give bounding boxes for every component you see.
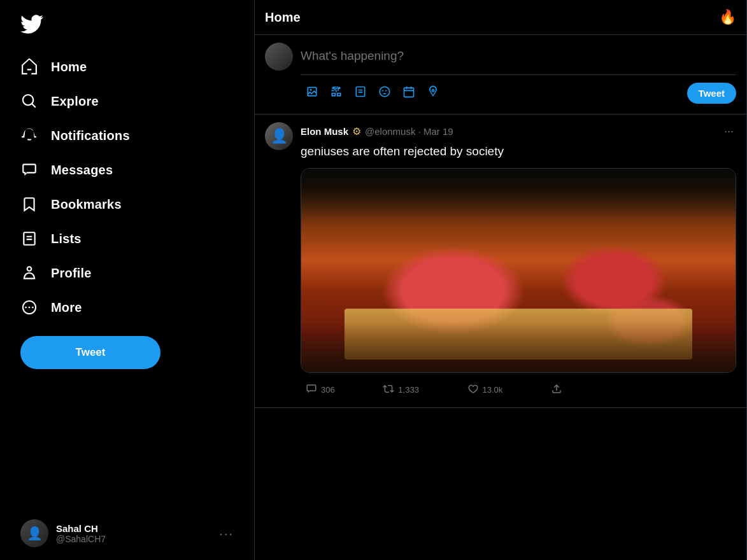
page-title: Home — [265, 10, 301, 25]
more-icon — [20, 299, 38, 316]
tweet-actions: 306 1,333 13.0k — [301, 381, 571, 400]
sidebar-item-label-home: Home — [51, 60, 87, 74]
gift-icon — [330, 85, 343, 101]
sidebar-item-label-profile: Profile — [51, 266, 92, 281]
image-icon — [306, 85, 318, 101]
notifications-icon — [20, 127, 38, 144]
tweet-more-button[interactable]: ··· — [722, 122, 736, 141]
compose-icons — [301, 80, 445, 106]
retweet-icon — [383, 383, 394, 397]
verified-badge: ⚙ — [352, 125, 361, 137]
sidebar-item-label-explore: Explore — [51, 94, 99, 109]
tweet-card[interactable]: 👤 Elon Musk ⚙ @elonmusk · Mar 19 ··· gen… — [255, 115, 746, 408]
compose-gift-button[interactable] — [325, 80, 348, 106]
nav-items: Home Explore Notifications Messages Book… — [10, 51, 244, 326]
emoji-icon — [378, 85, 391, 101]
compose-image-button[interactable] — [301, 80, 324, 106]
tweet-avatar: 👤 — [265, 122, 293, 150]
sidebar-item-label-more: More — [51, 300, 82, 315]
compose-location-button[interactable] — [422, 80, 445, 106]
pizza-visual — [345, 309, 692, 360]
tweet-like-button[interactable]: 13.0k — [462, 381, 508, 400]
main-header: Home 🔥 — [255, 0, 746, 35]
sidebar-item-bookmarks[interactable]: Bookmarks — [10, 188, 244, 220]
sidebar-tweet-button[interactable]: Tweet — [20, 336, 160, 369]
sidebar: Home Explore Notifications Messages Book… — [0, 0, 255, 560]
reply-count: 306 — [321, 385, 335, 395]
compose-list-button[interactable] — [349, 80, 372, 106]
lists-icon — [20, 230, 38, 247]
compose-tweet-button[interactable]: Tweet — [687, 83, 736, 104]
sidebar-item-lists[interactable]: Lists — [10, 223, 244, 255]
tweet-retweet-button[interactable]: 1,333 — [378, 381, 424, 400]
tweet-handle-date: @elonmusk · Mar 19 — [365, 126, 453, 137]
retweet-count: 1,333 — [398, 385, 419, 395]
compose-avatar — [265, 43, 293, 71]
like-icon — [467, 383, 479, 397]
sidebar-item-label-notifications: Notifications — [51, 129, 130, 143]
sidebar-item-home[interactable]: Home — [10, 51, 244, 83]
sidebar-item-label-lists: Lists — [51, 232, 82, 246]
tweet-header: Elon Musk ⚙ @elonmusk · Mar 19 ··· — [301, 122, 736, 141]
share-icon — [551, 383, 562, 397]
like-count: 13.0k — [483, 385, 503, 395]
tweet-image — [301, 168, 736, 373]
bookmarks-icon — [20, 196, 38, 213]
footer-username: @SahalCH7 — [56, 534, 211, 544]
compose-right: What's happening? Tweet — [301, 43, 736, 106]
sidebar-footer-user[interactable]: 👤 Sahal CH @SahalCH7 ··· — [10, 512, 244, 555]
reply-icon — [306, 383, 317, 397]
compose-input[interactable]: What's happening? — [301, 43, 736, 69]
tweet-share-button[interactable] — [546, 381, 571, 400]
sidebar-item-more[interactable]: More — [10, 291, 244, 323]
tweet-user-info: Elon Musk ⚙ @elonmusk · Mar 19 — [301, 125, 453, 137]
footer-more-button[interactable]: ··· — [219, 526, 234, 541]
tweet-reply-button[interactable]: 306 — [301, 381, 340, 400]
trending-icon[interactable]: 🔥 — [719, 9, 736, 25]
messages-icon — [20, 162, 38, 178]
twitter-bird-icon — [20, 13, 43, 36]
sidebar-item-explore[interactable]: Explore — [10, 85, 244, 117]
profile-icon — [20, 265, 38, 281]
list-icon — [354, 85, 367, 101]
location-icon — [427, 85, 439, 101]
sidebar-item-profile[interactable]: Profile — [10, 257, 244, 289]
home-icon — [20, 59, 38, 75]
main-content: Home 🔥 What's happening? Tweet 👤 Elon Mu… — [255, 0, 747, 560]
compose-actions: Tweet — [301, 74, 736, 106]
sidebar-item-label-bookmarks: Bookmarks — [51, 197, 122, 212]
pizza-oven-image — [301, 169, 736, 372]
tweet-display-name: Elon Musk — [301, 126, 348, 137]
sidebar-item-messages[interactable]: Messages — [10, 154, 244, 186]
footer-user-info: Sahal CH @SahalCH7 — [56, 523, 211, 544]
compose-emoji-button[interactable] — [373, 80, 396, 106]
footer-display-name: Sahal CH — [56, 523, 211, 534]
compose-box: What's happening? Tweet — [255, 35, 746, 115]
sidebar-item-label-messages: Messages — [51, 163, 113, 178]
compose-calendar-button[interactable] — [397, 80, 420, 106]
tweet-text: geniuses are often rejected by society — [301, 143, 736, 160]
explore-icon — [20, 93, 38, 109]
twitter-logo[interactable] — [10, 5, 244, 46]
footer-avatar: 👤 — [20, 519, 48, 547]
sidebar-item-notifications[interactable]: Notifications — [10, 120, 244, 151]
tweet-content: Elon Musk ⚙ @elonmusk · Mar 19 ··· geniu… — [301, 122, 736, 400]
calendar-icon — [402, 85, 415, 101]
